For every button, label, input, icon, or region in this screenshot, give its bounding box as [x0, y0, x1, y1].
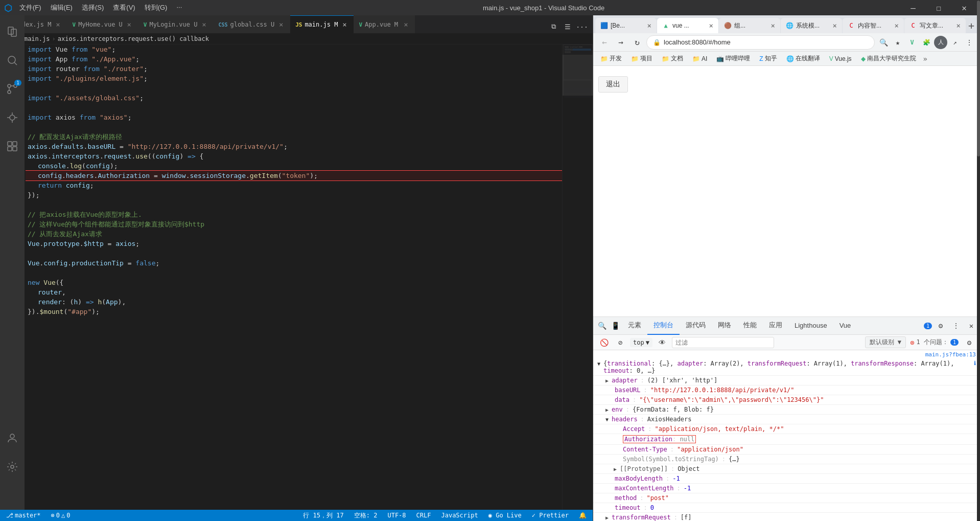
bookmark-ai[interactable]: 📁 AI: [689, 54, 710, 63]
bookmark-bilibili[interactable]: 📺 哔哩哔哩: [713, 53, 753, 64]
split-editor-button[interactable]: ⧉: [547, 20, 560, 33]
tab-close-nc1[interactable]: ×: [895, 21, 899, 30]
tab-close-zu[interactable]: ×: [771, 21, 775, 30]
devtools-settings-button[interactable]: ⚙: [934, 319, 947, 332]
browser-tab-zu[interactable]: 🟤 组... ×: [719, 18, 780, 33]
bookmark-vuejs[interactable]: V Vue.js: [826, 54, 855, 63]
bookmark-xiangmu[interactable]: 📁 项目: [628, 53, 656, 64]
tab-main-js[interactable]: JS main.js M ×: [290, 15, 354, 33]
menu-file[interactable]: 文件(F): [15, 2, 45, 13]
browser-tab-nc1[interactable]: C 内容智... ×: [843, 18, 904, 33]
tab-close-main[interactable]: ×: [340, 20, 348, 29]
devtools-tab-network[interactable]: 网络: [712, 317, 737, 335]
status-errors[interactable]: ⊗ 0 △ 0: [49, 512, 73, 519]
devtools-close-button[interactable]: ✕: [965, 319, 978, 332]
status-spaces[interactable]: 空格: 2: [352, 511, 380, 520]
sync-button[interactable]: ↗: [948, 36, 962, 49]
activity-source-control[interactable]: 1: [0, 77, 25, 101]
tab-close-vue[interactable]: ×: [709, 21, 713, 30]
context-selector[interactable]: top ▼: [630, 338, 652, 347]
devtools-tab-performance[interactable]: 性能: [737, 317, 763, 335]
activity-debug[interactable]: [0, 105, 25, 130]
back-button[interactable]: ←: [597, 35, 612, 50]
expand-headers-arrow[interactable]: ▼: [605, 417, 609, 422]
status-line-ending[interactable]: CRLF: [414, 511, 433, 520]
browser-tab-nc2[interactable]: C 写文章... ×: [904, 18, 966, 33]
devtools-inspect-button[interactable]: 🔍: [595, 319, 609, 332]
menu-button[interactable]: ⋮: [963, 36, 976, 49]
close-button[interactable]: ✕: [952, 0, 976, 15]
log-level-selector[interactable]: 默认级别 ▼: [865, 336, 906, 348]
menu-view[interactable]: 查看(V): [109, 2, 139, 13]
devtools-device-toggle[interactable]: 📱: [609, 319, 622, 332]
reload-button[interactable]: ↻: [630, 35, 644, 50]
status-go-live[interactable]: ◉ Go Live: [486, 511, 524, 520]
extensions-button[interactable]: 🧩: [920, 36, 933, 49]
browser-tab-be[interactable]: 🟦 [Be... ×: [595, 18, 657, 33]
tab-close-myhome[interactable]: ×: [125, 20, 133, 29]
devtools-tab-lighthouse[interactable]: Lighthouse: [788, 317, 833, 335]
file-reference[interactable]: main.js?fbea:13: [593, 350, 980, 359]
bookmark-ncu[interactable]: ◆ 南昌大学研究生院: [858, 53, 919, 64]
bookmark-kaifa[interactable]: 📁 开发: [597, 53, 625, 64]
devtools-tab-application[interactable]: 应用: [763, 317, 788, 335]
address-bar[interactable]: 🔒 localhost:8080/#/home: [646, 35, 875, 50]
status-language[interactable]: JavaScript: [439, 511, 480, 520]
bookmarks-more-button[interactable]: »: [922, 54, 928, 64]
tab-mylogin-vue[interactable]: V MyLogin.vue U ×: [138, 15, 214, 33]
breadcrumb-symbol[interactable]: axios.interceptors.request.use() callbac…: [58, 35, 209, 42]
expand-proto-headers-arrow[interactable]: ▶: [614, 466, 617, 472]
filter-console-button[interactable]: ⊘: [614, 336, 627, 349]
tab-myhome-vue[interactable]: V MyHome.vue U ×: [67, 15, 138, 33]
activity-settings[interactable]: [0, 455, 25, 479]
clear-console-button[interactable]: 🚫: [597, 336, 611, 349]
expand-tr-arrow[interactable]: ▶: [605, 515, 609, 520]
status-notifications[interactable]: 🔔: [577, 511, 589, 520]
devtools-tab-sources[interactable]: 源代码: [680, 317, 712, 335]
bookmark-button[interactable]: ★: [891, 36, 904, 49]
activity-explorer[interactable]: [0, 19, 25, 44]
tab-app-vue[interactable]: V App.vue M ×: [354, 15, 415, 33]
tab-layout-button[interactable]: ☰: [561, 20, 574, 33]
devtools-toolbar-settings[interactable]: ⚙: [963, 336, 976, 349]
eye-button[interactable]: 👁: [656, 336, 669, 349]
minimize-button[interactable]: —: [901, 0, 925, 15]
bookmark-wendang[interactable]: 📁 文档: [659, 53, 686, 64]
tab-close-app[interactable]: ×: [402, 20, 410, 29]
menu-select[interactable]: 选择(S): [78, 2, 108, 13]
tab-overflow-button[interactable]: ···: [575, 20, 589, 33]
forward-button[interactable]: →: [614, 35, 628, 50]
expand-adapter-arrow[interactable]: ▶: [605, 378, 609, 383]
breadcrumb-file[interactable]: main.js: [24, 35, 50, 42]
search-button[interactable]: 🔍: [877, 36, 890, 49]
tab-close-index[interactable]: ×: [54, 20, 62, 29]
logout-button[interactable]: 退出: [598, 76, 628, 93]
status-position[interactable]: 行 15，列 17: [301, 511, 345, 520]
status-git[interactable]: ⎇ master*: [4, 512, 43, 519]
tab-close-mylogin[interactable]: ×: [200, 20, 208, 29]
menu-goto[interactable]: 转到(G): [141, 2, 172, 13]
devtools-tab-elements[interactable]: 元素: [622, 317, 647, 335]
browser-tab-xt[interactable]: 🌐 系统模... ×: [781, 18, 842, 33]
activity-extensions[interactable]: [0, 134, 25, 158]
expand-root-arrow[interactable]: ▼: [597, 361, 600, 367]
browser-tab-vue[interactable]: ▲ vue ... ×: [657, 18, 718, 33]
tab-close-xt[interactable]: ×: [833, 21, 837, 30]
info-icon[interactable]: ℹ: [974, 360, 976, 367]
menu-edit[interactable]: 编辑(E): [46, 2, 77, 13]
vuejs-devtools-icon[interactable]: V: [905, 36, 919, 49]
profile-button[interactable]: 人: [934, 36, 947, 49]
tab-close-globalcss[interactable]: ×: [277, 20, 285, 29]
bookmark-translate[interactable]: 🌐 在线翻译: [783, 53, 823, 64]
console-filter-input[interactable]: [672, 337, 774, 348]
tab-global-css[interactable]: CSS global.css U ×: [213, 15, 290, 33]
status-prettier[interactable]: ✓ Prettier: [530, 511, 571, 520]
tab-close-be[interactable]: ×: [647, 21, 651, 30]
add-tab-button[interactable]: +: [968, 18, 974, 33]
devtools-more-button[interactable]: ⋮: [949, 319, 963, 332]
maximize-button[interactable]: ☐: [927, 0, 950, 15]
expand-env-arrow[interactable]: ▶: [605, 407, 609, 413]
activity-search[interactable]: [0, 48, 25, 73]
status-encoding[interactable]: UTF-8: [385, 511, 408, 520]
tab-close-nc2[interactable]: ×: [956, 21, 961, 30]
